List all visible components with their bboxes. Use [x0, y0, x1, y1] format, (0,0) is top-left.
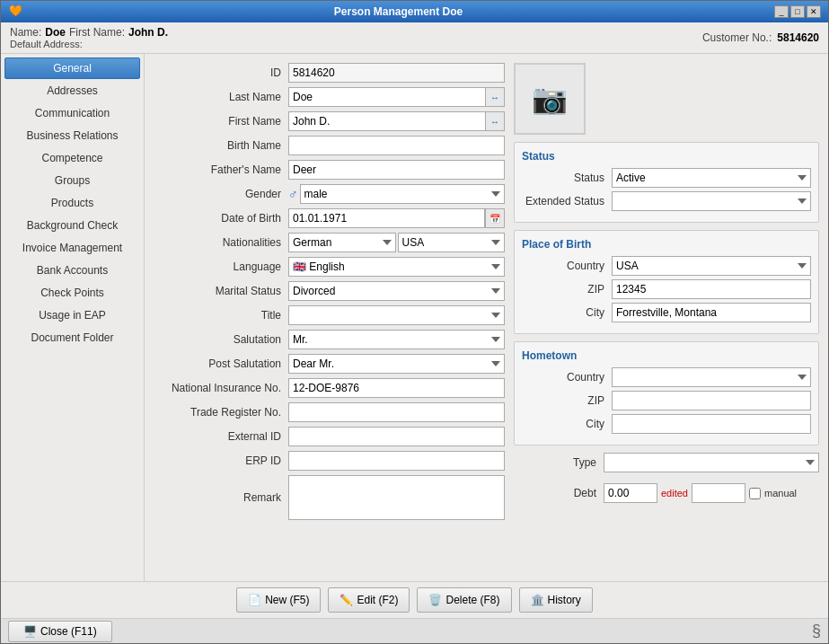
gender-row: Gender ♂ male female [154, 184, 505, 204]
restore-button[interactable]: □ [790, 5, 805, 18]
debt-manual-field[interactable] [692, 483, 745, 503]
title-select[interactable] [288, 305, 505, 325]
hometown-country-row: Country [522, 367, 811, 387]
language-label: Language [154, 260, 288, 273]
sidebar-item-communication[interactable]: Communication [4, 102, 140, 124]
type-select[interactable] [604, 453, 819, 472]
pob-city-row: City [522, 303, 811, 322]
close-button[interactable]: 🖥️ Close (F11) [8, 621, 112, 642]
pob-city-field[interactable] [612, 303, 811, 322]
marital-status-select[interactable]: Divorced [288, 281, 505, 301]
sidebar-item-usage-in-eap[interactable]: Usage in EAP [4, 304, 140, 326]
sidebar-item-document-folder[interactable]: Document Folder [4, 327, 140, 348]
salutation-select[interactable]: Mr. [288, 330, 505, 349]
hometown-city-field[interactable] [612, 414, 811, 434]
hometown-zip-field[interactable] [612, 391, 811, 410]
sidebar-item-background-check[interactable]: Background Check [4, 215, 140, 236]
id-field[interactable] [288, 63, 505, 83]
pob-city-label: City [522, 306, 612, 319]
pob-country-select[interactable]: USA [612, 256, 811, 276]
fathersname-field[interactable] [288, 160, 505, 180]
sidebar-item-products[interactable]: Products [4, 192, 140, 214]
nationality1-select[interactable]: German [288, 233, 396, 252]
nationality2-select[interactable]: USA [398, 233, 506, 252]
sidebar-item-bank-accounts[interactable]: Bank Accounts [4, 260, 140, 281]
hometown-title: Hometown [522, 349, 811, 362]
lastname-field[interactable] [288, 87, 485, 107]
erp-id-label: ERP ID [154, 454, 288, 467]
title-row: Title [154, 305, 505, 325]
erp-id-row: ERP ID [154, 451, 505, 471]
firstname-link-btn[interactable]: ↔ [485, 111, 505, 131]
lastname-row: Last Name ↔ [154, 87, 505, 107]
external-id-row: External ID [154, 427, 505, 446]
remark-field[interactable] [288, 475, 505, 520]
app-icon: 🧡 [8, 4, 22, 19]
sidebar-item-competence[interactable]: Competence [4, 147, 140, 169]
dob-field[interactable] [288, 208, 485, 228]
manual-checkbox[interactable] [749, 488, 761, 499]
sidebar-item-check-points[interactable]: Check Points [4, 282, 140, 304]
birthname-field[interactable] [288, 136, 505, 155]
name-row: Name: Doe First Name: John D. [10, 26, 168, 39]
gender-combo-row: ♂ male female [288, 184, 505, 204]
name-label: Name: [10, 26, 41, 39]
hometown-zip-label: ZIP [522, 394, 612, 407]
firstname-with-btn: ↔ [288, 111, 505, 131]
national-insurance-field[interactable] [288, 378, 505, 398]
lastname-with-btn: ↔ [288, 87, 505, 107]
form-left: ID Last Name ↔ First Name ↔ [154, 63, 505, 572]
birthname-row: Birth Name [154, 136, 505, 155]
sidebar-item-addresses[interactable]: Addresses [4, 80, 140, 101]
extended-status-row: Extended Status [522, 191, 811, 211]
pob-country-label: Country [522, 260, 612, 272]
trade-register-field[interactable] [288, 402, 505, 422]
status-label: Status [522, 172, 612, 184]
sidebar-item-general[interactable]: General [4, 57, 140, 79]
new-button[interactable]: 📄 New (F5) [236, 587, 321, 613]
extended-status-select[interactable] [612, 191, 811, 211]
type-label: Type [514, 456, 604, 469]
erp-id-field[interactable] [288, 451, 505, 471]
extended-status-label: Extended Status [522, 195, 612, 207]
national-insurance-row: National Insurance No. [154, 378, 505, 398]
birthname-label: Birth Name [154, 139, 288, 152]
sidebar-item-groups[interactable]: Groups [4, 170, 140, 191]
hometown-country-select[interactable] [612, 367, 811, 387]
status-section: Status Status Active Extended Status [514, 142, 819, 223]
external-id-field[interactable] [288, 427, 505, 446]
sidebar-item-business-relations[interactable]: Business Relations [4, 125, 140, 146]
nationalities-label: Nationalities [154, 236, 288, 249]
header-bar: Name: Doe First Name: John D. Default Ad… [1, 22, 828, 54]
close-button[interactable]: ✕ [807, 5, 821, 18]
debt-row: Debt edited manual [514, 483, 819, 503]
gender-select[interactable]: male female [300, 184, 506, 204]
post-salutation-select[interactable]: Dear Mr. [288, 354, 505, 374]
delete-button[interactable]: 🗑️ Delete (F8) [417, 587, 511, 613]
delete-label: Delete (F8) [445, 594, 499, 606]
trade-register-row: Trade Register No. [154, 402, 505, 422]
debt-controls: edited manual [604, 483, 797, 503]
sidebar-item-invoice-management[interactable]: Invoice Management [4, 237, 140, 259]
firstname-field[interactable] [288, 111, 485, 131]
language-select[interactable]: 🇬🇧 English [288, 257, 505, 277]
pob-zip-field[interactable] [612, 279, 811, 299]
lastname-link-btn[interactable]: ↔ [485, 87, 505, 107]
salutation-label: Salutation [154, 333, 288, 346]
hometown-country-label: Country [522, 371, 612, 384]
national-insurance-label: National Insurance No. [154, 382, 288, 394]
debt-edited-label: edited [661, 488, 688, 498]
photo-section: 📷 [514, 63, 819, 135]
debt-field[interactable] [604, 483, 657, 503]
marital-status-row: Marital Status Divorced [154, 281, 505, 301]
post-salutation-row: Post Salutation Dear Mr. [154, 354, 505, 374]
minimize-button[interactable]: _ [774, 5, 789, 18]
edit-label: Edit (F2) [357, 594, 398, 606]
sidebar: General Addresses Communication Business… [1, 54, 145, 581]
status-select[interactable]: Active [612, 168, 811, 188]
calendar-button[interactable]: 📅 [485, 208, 505, 228]
delete-icon: 🗑️ [428, 594, 442, 606]
history-button[interactable]: 🏛️ History [519, 587, 593, 613]
place-of-birth-title: Place of Birth [522, 238, 811, 251]
edit-button[interactable]: ✏️ Edit (F2) [328, 587, 410, 613]
